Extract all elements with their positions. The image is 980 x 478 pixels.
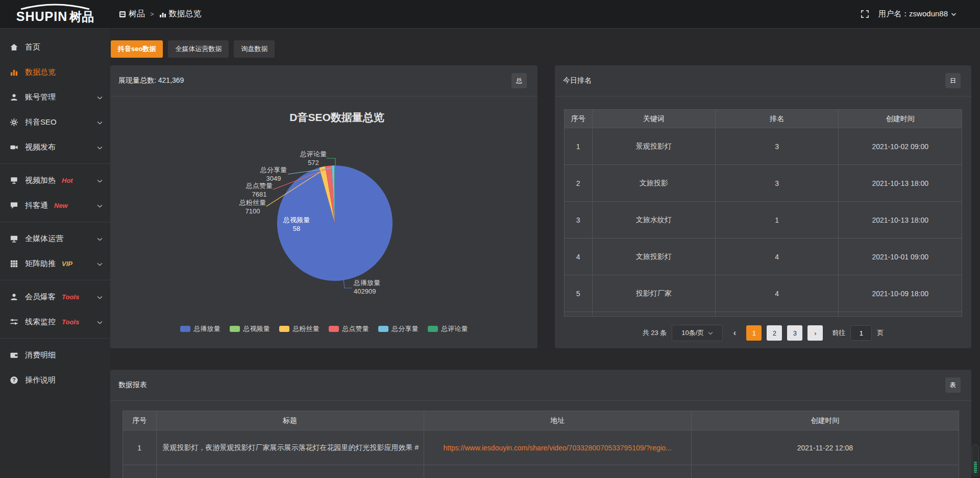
cell-created: 2021-10-01 09:00 bbox=[839, 238, 962, 275]
sidebar-item-matrix-boost[interactable]: 矩阵助推 VIP bbox=[0, 251, 110, 276]
cell-rank: 3 bbox=[716, 128, 839, 165]
screen-icon bbox=[10, 176, 18, 185]
page-button-1[interactable]: 1 bbox=[746, 325, 762, 341]
sidebar-item-label: 全媒体运营 bbox=[25, 234, 63, 244]
table-row: 3 文旅水纹灯 1 2021-10-13 18:00 bbox=[565, 202, 962, 238]
chat-icon bbox=[10, 201, 18, 210]
cell-created: 2021-10-02 09:00 bbox=[839, 128, 962, 165]
cell-created: 2021-10-09 18:00 bbox=[839, 275, 962, 312]
video-link[interactable]: https://www.iesdouyin.com/share/video/70… bbox=[443, 444, 672, 452]
legend-label: 总粉丝量 bbox=[293, 324, 320, 333]
report-card-header: 数据报表 表 bbox=[110, 370, 971, 401]
legend-item-总点赞量[interactable]: 总点赞量 bbox=[329, 324, 369, 333]
legend-label: 总播放量 bbox=[194, 324, 220, 333]
legend-label: 总评论量 bbox=[442, 324, 468, 333]
chevron-down-icon bbox=[97, 237, 103, 241]
cell-keyword: 景观投影灯 bbox=[592, 128, 715, 165]
cell-url: https://www.iesdouyin.com/share/video/70… bbox=[424, 431, 691, 465]
sidebar-item-label: 抖音SEO bbox=[25, 117, 57, 127]
bar-chart-icon bbox=[159, 11, 166, 18]
cell-no: 1 bbox=[565, 128, 593, 165]
top-bar: SHUPIN 树品 树品 > 数据总览 用户名：zswodun88 bbox=[0, 0, 980, 29]
new-badge: New bbox=[54, 202, 68, 209]
page-size-select[interactable]: 10条/页 bbox=[672, 325, 723, 341]
tab-label: 抖音seo数据 bbox=[118, 44, 156, 54]
legend-swatch bbox=[230, 326, 240, 332]
scrollbar-thumb[interactable] bbox=[974, 462, 977, 473]
cell-no: 2 bbox=[565, 165, 593, 202]
user-menu[interactable]: 用户名：zswodun88 bbox=[878, 9, 957, 19]
total-view-button[interactable]: 总 bbox=[511, 73, 527, 88]
legend-swatch bbox=[180, 326, 190, 332]
sidebar-item-douyin-seo[interactable]: 抖音SEO bbox=[0, 110, 110, 135]
cell-rank: 1 bbox=[716, 202, 839, 238]
page-button-3[interactable]: 3 bbox=[787, 325, 802, 341]
sidebar-item-lead-monitor[interactable]: 线索监控 Tools bbox=[0, 309, 110, 334]
legend-item-总分享量[interactable]: 总分享量 bbox=[378, 324, 419, 333]
legend-item-总评论量[interactable]: 总评论量 bbox=[428, 324, 468, 333]
chevron-down-icon bbox=[97, 96, 103, 100]
sidebar-item-data-overview[interactable]: 数据总览 bbox=[0, 60, 110, 85]
tab-inquiry-data[interactable]: 询盘数据 bbox=[234, 40, 275, 58]
breadcrumb: 树品 > 数据总览 bbox=[119, 9, 202, 19]
report-card: 数据报表 表 序号 标题 地址 创建时间 1 景观投影灯，夜游景观投影灯 bbox=[110, 370, 971, 478]
cell-keyword: 文旅投影 bbox=[592, 165, 715, 202]
topbar-right: 用户名：zswodun88 bbox=[861, 9, 980, 19]
column-header: 标题 bbox=[156, 411, 424, 431]
sidebar-divider bbox=[0, 338, 110, 339]
scrollbar[interactable] bbox=[972, 444, 979, 476]
fullscreen-icon[interactable] bbox=[861, 10, 869, 18]
column-header: 创建时间 bbox=[691, 411, 959, 431]
goto-page-input[interactable] bbox=[850, 325, 872, 341]
next-page-button[interactable]: › bbox=[807, 325, 823, 341]
overview-card: 展现量总数: 421,369 总 D音SEO数据量总览 总播放量402909总视… bbox=[110, 65, 537, 348]
legend-item-总粉丝量[interactable]: 总粉丝量 bbox=[279, 324, 320, 333]
daily-view-button[interactable]: 日 bbox=[945, 73, 961, 88]
tab-douyin-seo-data[interactable]: 抖音seo数据 bbox=[111, 40, 163, 58]
chevron-down-icon bbox=[97, 146, 103, 150]
table-view-button[interactable]: 表 bbox=[945, 377, 961, 393]
cell-no: 3 bbox=[565, 202, 593, 238]
sidebar-item-video-heat[interactable]: 视频加热 Hot bbox=[0, 168, 110, 193]
tab-label: 全媒体运营数据 bbox=[175, 44, 222, 54]
sidebar-item-account[interactable]: 账号管理 bbox=[0, 85, 110, 110]
sidebar-item-member-burst[interactable]: 会员爆客 Tools bbox=[0, 284, 110, 309]
pagination: 共 23 条 10条/页 ‹ 1 2 3 › 前往 页 bbox=[555, 325, 971, 341]
overview-card-title: 展现量总数: 421,369 bbox=[118, 76, 184, 85]
sidebar-item-label: 线索监控 bbox=[25, 317, 56, 327]
ranking-card-header: 今日排名 日 bbox=[555, 65, 971, 97]
table-header-row: 序号 关键词 排名 创建时间 bbox=[565, 110, 962, 128]
table-row: 2 文旅投影 3 2021-10-13 18:00 bbox=[565, 165, 962, 202]
legend-item-总播放量[interactable]: 总播放量 bbox=[180, 324, 220, 333]
goto-label: 前往 bbox=[832, 328, 845, 338]
legend-item-总视频量[interactable]: 总视频量 bbox=[230, 324, 270, 333]
chevron-down-icon bbox=[97, 321, 103, 324]
cell-rank: 3 bbox=[716, 165, 839, 202]
sidebar-divider bbox=[0, 280, 110, 280]
cell-rank: 4 bbox=[716, 238, 839, 275]
chevron-down-icon bbox=[97, 204, 103, 208]
sidebar-item-expense-detail[interactable]: 消费明细 bbox=[0, 343, 110, 368]
table-row: 5 投影灯厂家 4 2021-10-09 18:00 bbox=[565, 275, 962, 312]
cell-no: 5 bbox=[565, 275, 593, 312]
sidebar-item-doukelong[interactable]: 抖客通 New bbox=[0, 193, 110, 218]
sidebar-item-label: 首页 bbox=[25, 42, 40, 52]
legend-swatch bbox=[329, 326, 339, 332]
cell-created: 2021-11-22 12:08 bbox=[691, 431, 959, 465]
breadcrumb-current[interactable]: 数据总览 bbox=[159, 9, 202, 19]
app-logo[interactable]: SHUPIN 树品 bbox=[0, 0, 110, 29]
breadcrumb-root[interactable]: 树品 bbox=[119, 9, 145, 19]
member-icon bbox=[10, 293, 18, 301]
home-icon bbox=[10, 43, 18, 52]
sidebar-item-video-publish[interactable]: 视频发布 bbox=[0, 135, 110, 160]
hot-badge: Hot bbox=[62, 177, 73, 184]
table-row: 1 景观投影灯，夜游景观投影灯厂家展示展示落花灯在花园里的灯光投影应用效果 # … bbox=[123, 431, 959, 465]
legend-swatch bbox=[279, 326, 289, 332]
sidebar-item-media-operation[interactable]: 全媒体运营 bbox=[0, 226, 110, 251]
sidebar-item-instructions[interactable]: ? 操作说明 bbox=[0, 368, 110, 393]
page-button-2[interactable]: 2 bbox=[767, 325, 782, 341]
tab-media-operation-data[interactable]: 全媒体运营数据 bbox=[168, 40, 229, 58]
sidebar-item-home[interactable]: 首页 bbox=[0, 35, 110, 60]
chevron-down-icon bbox=[708, 331, 713, 335]
prev-page-button[interactable]: ‹ bbox=[728, 325, 741, 341]
